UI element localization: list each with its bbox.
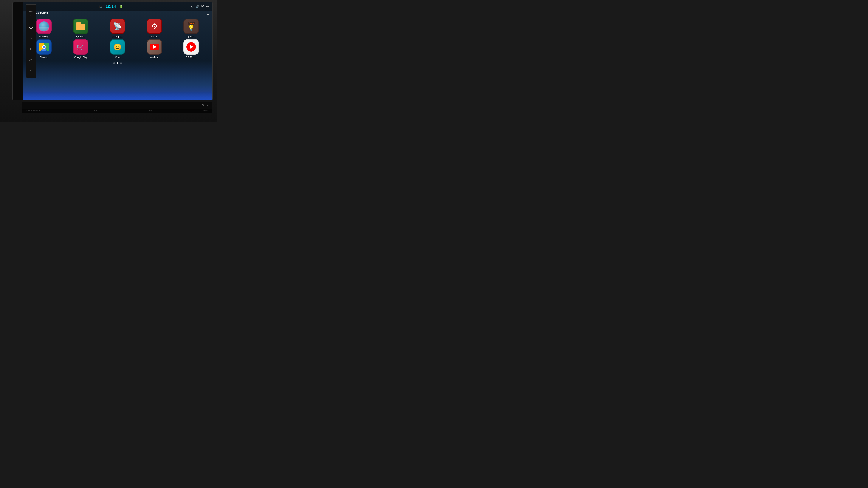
back-side-button[interactable]: ↩ <box>30 47 32 51</box>
volume-number: 07 <box>201 5 204 8</box>
bottom-gradient <box>23 92 212 100</box>
waze-label: Waze <box>115 56 121 59</box>
browser-icon <box>36 19 52 34</box>
pioneer-logo: Pioneer <box>202 104 209 106</box>
headunit: MIC ● RST ● ⏻ ⌂ ↩ ♪+ ♪− ⌂ · 📷 <box>12 2 213 100</box>
volume-up-button[interactable]: ♪+ <box>29 58 32 61</box>
app-item-googleplay[interactable]: 🛒 Google Play <box>63 39 98 59</box>
page-dot-2[interactable] <box>117 62 118 64</box>
dispatcher-icon <box>73 19 89 34</box>
power-button[interactable]: ⏻ <box>29 25 33 29</box>
app-grid: Браузер Диспет... 📡 Информ... <box>23 17 212 61</box>
camera-icon: 📷 <box>99 5 102 8</box>
ytmusic-icon <box>183 39 199 55</box>
mic-rst-labels: MIC ● RST ● <box>29 11 33 19</box>
status-center: 📷 12:14 🔋 <box>99 4 123 9</box>
app-item-info[interactable]: 📡 Информ... <box>100 19 135 38</box>
home-side-button[interactable]: ⌂ <box>30 36 32 40</box>
svg-point-3 <box>42 45 45 48</box>
page-dot-1[interactable] <box>113 62 115 64</box>
status-right: ⚙ 🔊 07 ↩ <box>191 4 209 9</box>
app-item-brightness[interactable]: Free 💡 Яркост... <box>174 19 209 38</box>
battery-icon: 🔋 <box>120 5 123 8</box>
side-buttons-panel: MIC ● RST ● ⏻ ⌂ ↩ ♪+ ♪− <box>26 4 35 78</box>
equalizer-icon[interactable]: ⚙ <box>191 5 193 8</box>
youtube-icon <box>147 39 162 55</box>
clock-display: 12:14 <box>106 4 116 9</box>
page-dot-3[interactable] <box>120 62 122 64</box>
youtube-label: YouTube <box>150 56 159 59</box>
mic-label: MIC <box>29 11 32 13</box>
usb-label: USB <box>149 110 152 111</box>
page-dots <box>23 61 212 65</box>
settings-label: Настро... <box>149 35 159 38</box>
googleplay-icon: 🛒 <box>73 39 89 55</box>
ytmusic-label: YT Music <box>186 56 196 59</box>
device-bottom-bar: Pioneer <box>22 102 212 109</box>
brightness-label: Яркост... <box>187 35 196 38</box>
chrome-label: Chrome <box>40 56 48 59</box>
model-label: PI-808 <box>204 110 208 111</box>
brightness-icon: Free 💡 <box>183 19 199 34</box>
app-item-youtube[interactable]: YouTube <box>137 39 172 59</box>
device-info-bar: MP5/BT/FM/USB/CARD AUX USB PI-808 <box>22 109 212 112</box>
app-item-waze[interactable]: 😊 Waze <box>100 39 135 59</box>
screen: ⌂ · 📷 12:14 🔋 ⚙ 🔊 07 ↩ ПРИЛОЖЕНИЯ ▶ <box>23 2 212 100</box>
tab-bar: ПРИЛОЖЕНИЯ ▶ <box>23 10 212 17</box>
app-item-dispatcher[interactable]: Диспет... <box>63 19 98 38</box>
rst-label: RST <box>29 15 33 17</box>
info-label: Информ... <box>112 35 123 38</box>
settings-icon: ⚙ <box>147 19 162 34</box>
status-bar: ⌂ · 📷 12:14 🔋 ⚙ 🔊 07 ↩ <box>23 2 212 10</box>
back-icon[interactable]: ↩ <box>206 4 209 9</box>
aux-label: AUX <box>94 110 97 111</box>
info-icon: 📡 <box>110 19 125 34</box>
device-info-text: MP5/BT/FM/USB/CARD <box>26 110 42 111</box>
browser-label: Браузер <box>39 35 49 38</box>
googleplay-label: Google Play <box>74 56 87 59</box>
waze-icon: 😊 <box>110 39 125 55</box>
app-item-ytmusic[interactable]: YT Music <box>174 39 209 59</box>
volume-down-button[interactable]: ♪− <box>29 68 32 72</box>
chrome-app-icon <box>36 39 52 55</box>
dispatcher-label: Диспет... <box>76 35 86 38</box>
app-item-settings[interactable]: ⚙ Настро... <box>137 19 172 38</box>
volume-icon: 🔊 <box>196 5 199 8</box>
play-store-icon[interactable]: ▶ <box>207 12 209 16</box>
